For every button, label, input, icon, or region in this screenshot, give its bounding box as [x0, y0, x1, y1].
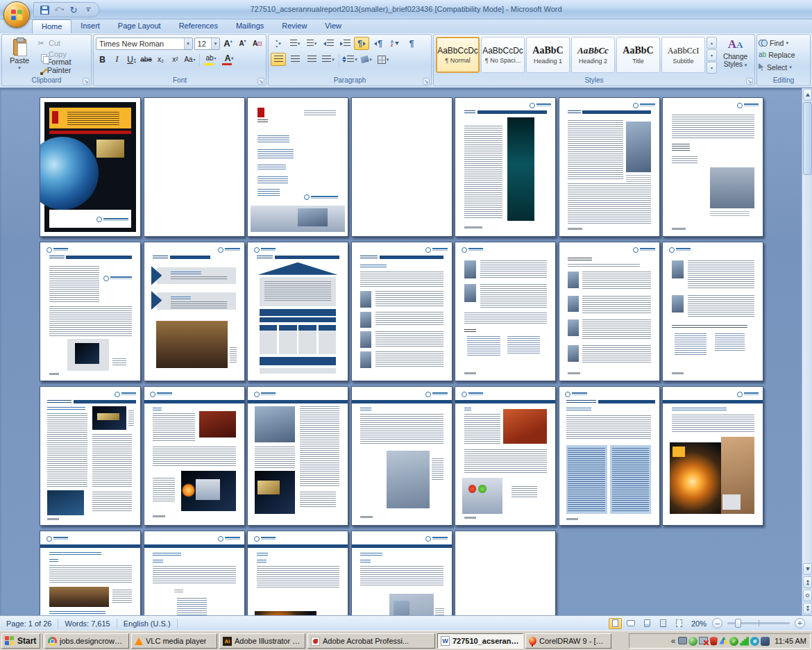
taskbar-button-illustrator[interactable]: AiAdobe Illustrator CS6: [219, 633, 305, 649]
page-thumbnail[interactable]: [247, 97, 348, 237]
taskbar-button-coreldraw[interactable]: CorelDRAW 9 - [Graphic1]: [525, 633, 611, 649]
web-layout-view-button[interactable]: [641, 618, 654, 629]
page-thumbnail[interactable]: [40, 531, 141, 615]
outline-view-button[interactable]: [657, 618, 670, 629]
styles-scroll-down-button[interactable]: ▾: [707, 49, 717, 61]
style-chip-subtitle[interactable]: AaBbCcISubtitle: [661, 37, 705, 73]
internet-explorer-icon[interactable]: e: [750, 637, 759, 646]
numbering-button[interactable]: ▾: [287, 37, 303, 50]
style-chip-title[interactable]: AaBbCTitle: [616, 37, 660, 73]
signal-bars-icon[interactable]: [740, 637, 749, 646]
scroll-down-button[interactable]: [803, 563, 812, 575]
page-thumbnail[interactable]: [351, 242, 452, 381]
tab-insert[interactable]: Insert: [71, 19, 109, 33]
scrollbar-thumb[interactable]: [803, 102, 812, 175]
styles-dialog-launcher-icon[interactable]: ↘: [746, 78, 753, 85]
document-area[interactable]: [0, 88, 812, 615]
tab-references[interactable]: References: [170, 19, 227, 33]
page-thumbnail[interactable]: [559, 242, 660, 381]
strikethrough-button[interactable]: abe: [139, 53, 153, 66]
page-thumbnail[interactable]: [247, 531, 348, 615]
language-indicator[interactable]: English (U.S.): [117, 619, 178, 628]
page-thumbnail[interactable]: [144, 242, 245, 381]
change-case-button[interactable]: Aa▾: [183, 53, 196, 66]
undo-button[interactable]: ↶▾: [53, 3, 65, 16]
page-thumbnail[interactable]: [247, 386, 348, 526]
page-thumbnail[interactable]: [559, 386, 660, 526]
find-button[interactable]: Find▾: [759, 37, 809, 49]
shrink-font-button[interactable]: A▾: [236, 37, 249, 50]
bold-button[interactable]: B: [96, 53, 109, 66]
page-thumbnail[interactable]: [455, 531, 556, 615]
zoom-in-button[interactable]: +: [795, 618, 805, 628]
remote-monitor-icon[interactable]: [678, 637, 687, 644]
office-button[interactable]: [3, 1, 30, 28]
clipboard-dialog-launcher-icon[interactable]: ↘: [83, 78, 90, 85]
superscript-button[interactable]: x²: [169, 53, 182, 66]
style-chip-heading-1[interactable]: AaBbCHeading 1: [526, 37, 570, 73]
page-thumbnail[interactable]: [40, 386, 141, 526]
style-chip-heading-2[interactable]: AaBbCcHeading 2: [571, 37, 615, 73]
style-chip--no-spaci-[interactable]: AaBbCcDc¶ No Spaci...: [481, 37, 525, 73]
decrease-indent-button[interactable]: [321, 37, 336, 50]
grow-font-button[interactable]: A▴: [221, 37, 235, 50]
page-thumbnail[interactable]: [40, 97, 141, 237]
font-size-select[interactable]: 12▾: [194, 38, 220, 50]
page-thumbnail[interactable]: [455, 97, 556, 237]
shading-button[interactable]: ▾: [359, 53, 374, 66]
media-player-icon[interactable]: [761, 637, 770, 646]
page-thumbnail[interactable]: [455, 242, 556, 381]
page-thumbnail[interactable]: [455, 386, 556, 526]
styles-scroll-up-button[interactable]: ▴: [707, 37, 717, 49]
draft-view-button[interactable]: [673, 618, 686, 629]
font-family-select[interactable]: Times New Roman▾: [96, 38, 193, 50]
next-page-button[interactable]: [803, 603, 812, 615]
font-dialog-launcher-icon[interactable]: ↘: [257, 78, 264, 85]
taskbar-button-word[interactable]: W727510_acserannua...: [437, 633, 523, 649]
taskbar-clock[interactable]: 11:45 AM: [775, 637, 806, 645]
page-thumbnail[interactable]: [40, 242, 141, 381]
select-browse-object-button[interactable]: [803, 590, 812, 601]
select-button[interactable]: Select▾: [759, 61, 809, 73]
justify-button[interactable]: ▾: [321, 53, 336, 66]
scroll-up-button[interactable]: [803, 89, 812, 101]
word-count[interactable]: Words: 7,615: [58, 619, 117, 628]
align-center-button[interactable]: [287, 53, 303, 66]
taskbar-button-acrobat[interactable]: Adobe Acrobat Professi...: [307, 633, 435, 649]
repeat-button[interactable]: ↻: [67, 3, 80, 16]
tab-review[interactable]: Review: [273, 19, 316, 33]
zoom-out-button[interactable]: –: [712, 618, 722, 628]
bullets-button[interactable]: ••▾: [271, 37, 286, 50]
zoom-slider-thumb[interactable]: [735, 619, 741, 628]
paste-button[interactable]: Paste ▾: [4, 36, 35, 74]
page-thumbnail[interactable]: [351, 97, 452, 237]
underline-button[interactable]: U▾: [125, 53, 138, 66]
start-button[interactable]: Start: [1, 633, 40, 649]
page-thumbnail[interactable]: [351, 386, 452, 526]
page-thumbnail[interactable]: [351, 531, 452, 615]
full-screen-reading-view-button[interactable]: [625, 618, 638, 629]
page-thumbnail[interactable]: [144, 531, 245, 615]
italic-button[interactable]: I: [110, 53, 124, 66]
styles-more-button[interactable]: ▾: [707, 62, 717, 74]
tab-view[interactable]: View: [316, 19, 350, 33]
print-layout-view-button[interactable]: [609, 618, 622, 629]
sort-button[interactable]: AZ: [387, 37, 403, 50]
page-thumbnail[interactable]: [662, 97, 763, 237]
multilevel-list-button[interactable]: ▾: [304, 37, 319, 50]
previous-page-button[interactable]: [803, 576, 812, 588]
tray-overflow-button[interactable]: «: [671, 636, 676, 646]
tab-page-layout[interactable]: Page Layout: [109, 19, 170, 33]
page-thumbnail[interactable]: [662, 386, 763, 526]
antivirus-shield-icon[interactable]: [709, 637, 718, 646]
replace-button[interactable]: abReplace: [759, 49, 809, 61]
updater-green-icon[interactable]: ✓: [729, 637, 738, 646]
paragraph-dialog-launcher-icon[interactable]: ↘: [423, 78, 430, 85]
page-thumbnail[interactable]: [559, 97, 660, 237]
tab-mailings[interactable]: Mailings: [227, 19, 273, 33]
right-to-left-button[interactable]: ¶: [371, 37, 386, 50]
borders-button[interactable]: ▾: [375, 53, 391, 66]
font-color-button[interactable]: A▾: [221, 53, 237, 66]
left-to-right-button[interactable]: ¶: [354, 37, 369, 50]
page-thumbnail[interactable]: [247, 242, 348, 381]
